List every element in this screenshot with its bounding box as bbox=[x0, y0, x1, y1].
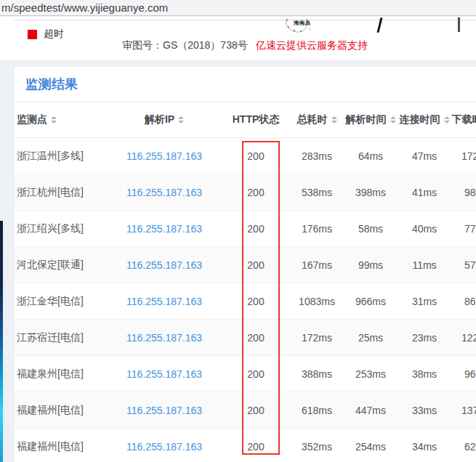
cell-connect: 41ms bbox=[398, 187, 451, 198]
cell-dns: 966ms bbox=[343, 296, 398, 307]
cell-connect: 33ms bbox=[398, 405, 451, 416]
sort-icon[interactable] bbox=[331, 116, 337, 123]
left-edge-widget-strip[interactable] bbox=[0, 221, 3, 462]
cell-node: 浙江温州[多线] bbox=[15, 150, 108, 163]
column-header-3[interactable]: 总耗时 bbox=[291, 113, 343, 126]
timeout-legend-label: 超时 bbox=[44, 28, 64, 41]
cell-download: 86ms bbox=[451, 296, 476, 307]
cell-ip: 116.255.187.163 bbox=[108, 405, 221, 416]
browser-address-bar[interactable]: m/speedtest/www.yijieguanye.com bbox=[0, 0, 476, 16]
cell-node: 浙江杭州[电信] bbox=[15, 186, 108, 199]
ip-link[interactable]: 116.255.187.163 bbox=[126, 405, 202, 416]
column-header-0[interactable]: 监测点 bbox=[15, 113, 108, 126]
cell-ip: 116.255.187.163 bbox=[108, 259, 221, 271]
sponsor-link[interactable]: 亿速云提供云服务器支持 bbox=[256, 39, 368, 52]
cell-ip: 116.255.187.163 bbox=[108, 332, 221, 344]
cell-connect: 11ms bbox=[398, 259, 451, 271]
cell-status: 200 bbox=[221, 332, 291, 344]
column-header-4[interactable]: 解析时间 bbox=[343, 113, 398, 126]
timeout-legend: 超时 bbox=[28, 28, 64, 41]
cell-total: 283ms bbox=[291, 150, 343, 162]
sort-icon[interactable] bbox=[51, 116, 57, 123]
cell-status: 200 bbox=[221, 187, 291, 198]
ip-link[interactable]: 116.255.187.163 bbox=[126, 223, 202, 235]
cell-dns: 25ms bbox=[343, 332, 398, 344]
cell-connect: 38ms bbox=[398, 368, 451, 380]
ip-link[interactable]: 116.255.187.163 bbox=[126, 187, 202, 198]
ip-link[interactable]: 116.255.187.163 bbox=[126, 441, 202, 453]
cell-connect: 31ms bbox=[398, 296, 451, 307]
cell-download: 57ms bbox=[451, 259, 476, 271]
cell-status: 200 bbox=[221, 259, 291, 271]
cell-connect: 47ms bbox=[398, 150, 451, 162]
cell-total: 352ms bbox=[291, 441, 343, 453]
sort-icon[interactable] bbox=[178, 116, 184, 123]
cell-status: 200 bbox=[221, 223, 291, 235]
ip-link[interactable]: 116.255.187.163 bbox=[126, 296, 202, 307]
cell-dns: 253ms bbox=[343, 368, 398, 380]
cell-dns: 64ms bbox=[343, 150, 398, 162]
cell-total: 1083ms bbox=[291, 296, 343, 307]
column-header-label: 解析IP bbox=[145, 113, 174, 126]
cell-ip: 116.255.187.163 bbox=[108, 223, 221, 235]
cell-node: 江苏宿迁[电信] bbox=[15, 331, 108, 344]
column-header-6[interactable]: 下载时间 bbox=[451, 113, 476, 126]
column-header-label: 监测点 bbox=[17, 113, 47, 126]
column-header-label: 解析时间 bbox=[346, 113, 387, 126]
column-header-2: HTTP状态 bbox=[221, 113, 291, 126]
sort-icon[interactable] bbox=[444, 116, 450, 123]
ip-link[interactable]: 116.255.187.163 bbox=[126, 368, 202, 380]
cell-status: 200 bbox=[221, 368, 291, 380]
map-license-text: 审图号：GS（2018）738号 bbox=[122, 39, 248, 52]
cell-ip: 116.255.187.163 bbox=[108, 441, 221, 453]
results-panel: 监测结果 监测点解析IPHTTP状态总耗时解析时间连接时间下载时间 浙江温州[多… bbox=[15, 67, 476, 462]
cell-dns: 58ms bbox=[343, 223, 398, 235]
cell-ip: 116.255.187.163 bbox=[108, 187, 221, 198]
cell-node: 福建福州[电信] bbox=[15, 440, 108, 453]
cell-total: 388ms bbox=[291, 368, 343, 380]
table-header-row: 监测点解析IPHTTP状态总耗时解析时间连接时间下载时间 bbox=[15, 102, 476, 138]
cell-download: 77ms bbox=[451, 223, 476, 235]
cell-node: 河北保定[联通] bbox=[15, 259, 108, 272]
column-header-label: 连接时间 bbox=[400, 113, 440, 126]
table-row: 福建泉州[电信]116.255.187.163200388ms253ms38ms… bbox=[15, 356, 476, 392]
column-header-1[interactable]: 解析IP bbox=[108, 113, 221, 126]
cell-total: 618ms bbox=[291, 405, 343, 416]
column-header-label: 总耗时 bbox=[297, 113, 328, 126]
cell-dns: 99ms bbox=[343, 259, 398, 271]
table-row: 浙江温州[多线]116.255.187.163200283ms64ms47ms1… bbox=[15, 138, 476, 174]
timeout-color-swatch bbox=[28, 30, 37, 39]
table-row: 福建福州[电信]116.255.187.163200352ms254ms34ms… bbox=[15, 429, 476, 462]
cell-status: 200 bbox=[221, 296, 291, 307]
column-header-label: 下载时间 bbox=[452, 113, 476, 126]
cell-download: 137ms bbox=[451, 405, 476, 416]
table-row: 河北保定[联通]116.255.187.163200167ms99ms11ms5… bbox=[15, 247, 476, 283]
cell-total: 172ms bbox=[291, 332, 343, 344]
column-header-5[interactable]: 连接时间 bbox=[398, 113, 451, 126]
ip-link[interactable]: 116.255.187.163 bbox=[126, 150, 202, 162]
scrollbar-thumb[interactable] bbox=[458, 17, 460, 32]
cell-total: 538ms bbox=[291, 187, 343, 198]
cell-node: 福建泉州[电信] bbox=[15, 368, 108, 381]
cell-download: 172ms bbox=[451, 150, 476, 162]
cell-status: 200 bbox=[221, 441, 291, 453]
cell-node: 浙江金华[电信] bbox=[15, 295, 108, 308]
column-header-label: HTTP状态 bbox=[233, 113, 280, 126]
cell-status: 200 bbox=[221, 405, 291, 416]
ip-link[interactable]: 116.255.187.163 bbox=[126, 332, 202, 344]
cell-download: 122ms bbox=[451, 332, 476, 344]
cell-dns: 254ms bbox=[343, 441, 398, 453]
ip-link[interactable]: 116.255.187.163 bbox=[126, 259, 202, 271]
cell-status: 200 bbox=[221, 150, 291, 162]
table-body: 浙江温州[多线]116.255.187.163200283ms64ms47ms1… bbox=[15, 138, 476, 462]
cell-dns: 398ms bbox=[343, 187, 398, 198]
island-label: 海南岛 bbox=[294, 20, 311, 27]
cell-total: 176ms bbox=[291, 223, 343, 235]
cell-node: 浙江绍兴[多线] bbox=[15, 222, 108, 235]
cell-node: 福建福州[电信] bbox=[15, 404, 108, 417]
sort-icon[interactable] bbox=[390, 116, 396, 123]
cell-ip: 116.255.187.163 bbox=[108, 368, 221, 380]
cell-download: 96ms bbox=[451, 368, 476, 380]
section-title: 监测结果 bbox=[15, 67, 476, 102]
address-bar-url[interactable]: m/speedtest/www.yijieguanye.com bbox=[1, 0, 168, 15]
